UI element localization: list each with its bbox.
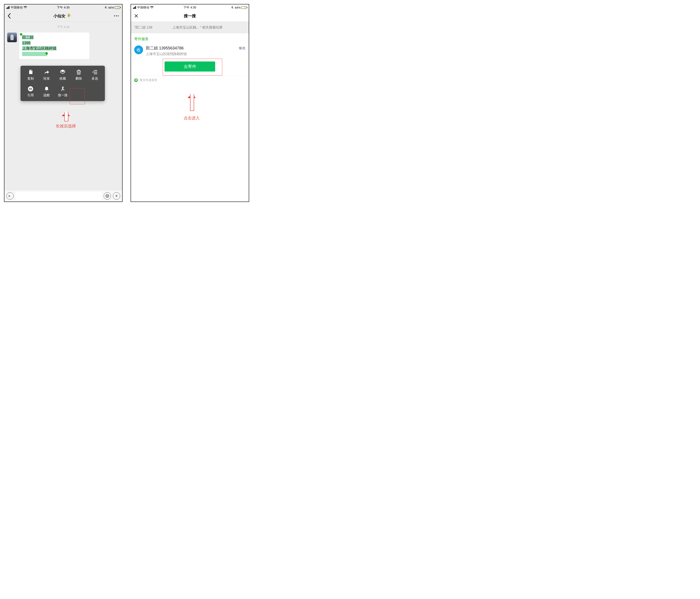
- battery-icon: ⚡: [242, 6, 247, 9]
- ctx-search[interactable]: 搜一搜: [55, 86, 71, 97]
- recipient-line1: 田二妞 13955634786: [146, 45, 236, 51]
- status-bar: 中国移动 下午 4:35 44% ⚡: [4, 4, 122, 10]
- rotation-lock-icon: [104, 6, 107, 9]
- status-time: 下午 4:35: [57, 6, 70, 9]
- message-bubble[interactable]: 田二妞 1395 上海市宝山区顾村镇: [19, 32, 90, 59]
- chat-timestamp: 下午 4:35: [4, 25, 122, 29]
- ctx-favorite[interactable]: 收藏: [55, 69, 71, 81]
- phone-search: 中国移动 下午 4:35 44% ⚡ 搜一搜 "田二妞 139 上海市宝山区顾.…: [131, 4, 249, 202]
- wifi-icon: [150, 6, 154, 9]
- red-highlight-box: [70, 88, 85, 104]
- provider-row[interactable]: 微信快递服务: [131, 76, 249, 84]
- phone-chat: 中国移动 下午 4:35 44% ⚡ 小仙女 🧚 下午 4:35: [4, 4, 123, 202]
- svg-point-2: [116, 16, 117, 16]
- svg-point-7: [106, 194, 109, 197]
- ctx-multiselect[interactable]: 多选: [87, 69, 103, 81]
- plus-button[interactable]: [113, 192, 120, 200]
- battery-pct: 44%: [235, 6, 241, 9]
- rotation-lock-icon: [231, 6, 234, 9]
- message-row: 田二妞 1395 上海市宝山区顾村镇: [4, 32, 122, 59]
- chat-input-bar: [4, 190, 122, 202]
- annotation-arrow: 长按后选择: [56, 107, 76, 129]
- svg-point-3: [118, 16, 119, 16]
- message-input[interactable]: [16, 192, 102, 200]
- emoji-button[interactable]: [104, 192, 111, 200]
- avatar[interactable]: [7, 32, 17, 42]
- chat-body[interactable]: 下午 4:35 田二妞 1395 上海市宝山区顾村镇 复制: [4, 22, 122, 190]
- svg-point-1: [114, 16, 115, 16]
- annotation-caption: 点击进入: [184, 115, 200, 121]
- msg-name: 田二妞: [22, 35, 33, 40]
- status-time: 下午 4:35: [183, 6, 196, 9]
- annotation-caption: 长按后选择: [56, 123, 76, 129]
- modify-link[interactable]: 修改: [239, 45, 246, 50]
- carrier-label: 中国移动: [137, 6, 149, 9]
- context-menu: 复制 转发 收藏 删除 多选 6: [21, 66, 105, 101]
- annotation-arrow: 点击进入: [184, 89, 200, 121]
- svg-rect-10: [232, 7, 233, 8]
- msg-addr-prefix: 上海市宝山区顾村镇: [22, 46, 56, 50]
- recipient-line2: 上海市宝山区陆翔路顾村镇: [146, 52, 236, 56]
- signal-icon: [133, 6, 136, 9]
- selection-end-handle[interactable]: [45, 52, 48, 55]
- address-card[interactable]: 收 田二妞 13955634786 上海市宝山区陆翔路顾村镇 修改: [131, 44, 249, 59]
- wechat-service-icon: [134, 78, 138, 82]
- recipient-badge: 收: [134, 45, 143, 54]
- search-title: 搜一搜: [184, 13, 196, 19]
- battery-icon: ⚡: [115, 6, 120, 9]
- nav-bar: 小仙女 🧚: [4, 10, 122, 22]
- signal-icon: [6, 6, 9, 9]
- ctx-remind[interactable]: 提醒: [39, 86, 55, 97]
- section-shipping: 寄件服务: [131, 33, 249, 44]
- chat-title: 小仙女 🧚: [53, 13, 71, 19]
- svg-point-8: [107, 195, 107, 196]
- carrier-label: 中国移动: [11, 6, 23, 9]
- battery-pct: 44%: [108, 6, 114, 9]
- back-button[interactable]: [8, 13, 11, 19]
- svg-rect-0: [106, 7, 106, 8]
- provider-label: 微信快递服务: [140, 78, 157, 82]
- red-highlight-box: [163, 59, 222, 76]
- wifi-icon: [24, 6, 27, 9]
- svg-point-9: [108, 195, 108, 196]
- nav-bar: 搜一搜: [131, 10, 249, 22]
- voice-button[interactable]: [6, 192, 14, 200]
- search-summary: "田二妞 139 上海市宝山区顾... " 相关搜索结果: [131, 22, 249, 33]
- more-button[interactable]: [114, 15, 119, 17]
- status-bar: 中国移动 下午 4:35 44% ⚡: [131, 4, 249, 10]
- close-button[interactable]: [134, 14, 138, 18]
- fairy-emoji-icon: 🧚: [66, 14, 71, 18]
- msg-phone-prefix: 1395: [22, 41, 30, 45]
- ctx-quote[interactable]: 66 引用: [23, 86, 39, 97]
- selection-start-handle[interactable]: [20, 33, 22, 35]
- ctx-copy[interactable]: 复制: [23, 69, 39, 81]
- svg-text:66: 66: [29, 87, 32, 91]
- ctx-forward[interactable]: 转发: [39, 69, 55, 81]
- ctx-delete[interactable]: 删除: [71, 69, 87, 81]
